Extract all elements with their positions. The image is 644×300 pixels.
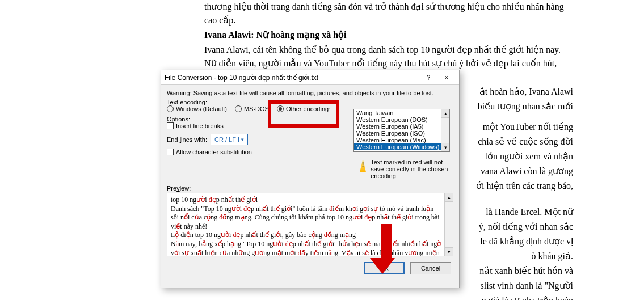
encoding-option[interactable]: Wang Taiwan: [354, 109, 449, 116]
insert-linebreaks-label: Insert line breaks: [176, 122, 224, 129]
radio-windows[interactable]: Windows (Default): [167, 105, 227, 112]
scroll-down-icon[interactable]: ▾: [445, 247, 453, 256]
encoding-option-selected[interactable]: Western European (Windows): [354, 143, 449, 150]
preview-line: viết này nhé!: [171, 222, 449, 231]
encoding-option[interactable]: Western European (IA5): [354, 123, 449, 130]
radio-msdos-label: MS-DOS: [244, 105, 269, 112]
scroll-down-icon[interactable]: ▾: [441, 143, 449, 151]
encoding-option[interactable]: Western European (Mac): [354, 137, 449, 143]
encoding-option[interactable]: Western European (ISO): [354, 130, 449, 137]
preview-line: Lộ diện top 10 người đẹp nhất thế giới, …: [171, 231, 449, 240]
radio-msdos[interactable]: MS-DOS: [235, 105, 269, 112]
preview-line: sôi nổi của cộng đồng mạng. Cùng chúng t…: [171, 213, 449, 222]
ok-button[interactable]: OK: [364, 262, 405, 274]
dialog-title: File Conversion - top 10 người đẹp nhất …: [165, 74, 419, 82]
preview-line: với sự xuất hiện của những gương mặt mới…: [171, 249, 449, 256]
scroll-up-icon[interactable]: ▴: [445, 193, 453, 202]
doc-frag: n giá là sự pha trộn hoàn: [204, 294, 573, 300]
dialog-titlebar[interactable]: File Conversion - top 10 người đẹp nhất …: [161, 70, 459, 85]
encoding-label: Text encoding:: [167, 99, 453, 105]
encoding-listbox[interactable]: Wang Taiwan Western European (DOS) Weste…: [353, 109, 450, 152]
close-button[interactable]: ×: [437, 74, 456, 82]
file-conversion-dialog: File Conversion - top 10 người đẹp nhất …: [161, 70, 460, 288]
doc-p1: thương hiệu thời trang danh tiếng săn đó…: [204, 0, 573, 27]
encoding-option[interactable]: Western European (DOS): [354, 116, 449, 123]
allow-substitution-label: Allow character substitution: [176, 149, 252, 155]
preview-label: Preview:: [167, 185, 453, 192]
radio-other[interactable]: Other encoding:: [277, 105, 330, 112]
encoding-warning-text: Text marked in red will not save correct…: [371, 159, 453, 179]
allow-substitution-checkbox[interactable]: Allow character substitution: [167, 149, 252, 155]
end-lines-combo[interactable]: CR / LF ▾: [211, 134, 248, 145]
cancel-button[interactable]: Cancel: [410, 262, 451, 274]
encoding-warning-row: Text marked in red will not save correct…: [360, 159, 453, 179]
preview-scrollbar[interactable]: ▴ ▾: [444, 193, 453, 256]
chevron-down-icon[interactable]: ▾: [238, 137, 246, 142]
doc-h1: Ivana Alawi: Nữ hoàng mạng xã hội: [204, 28, 573, 42]
dialog-buttons: OK Cancel: [161, 259, 459, 280]
warning-text: Warning: Saving as a text file will caus…: [167, 90, 453, 96]
preview-line: top 10 người đẹp nhất thế giới: [171, 196, 449, 205]
end-lines-label: End lines with:: [167, 136, 207, 143]
end-lines-value: CR / LF: [212, 136, 238, 143]
listbox-scrollbar[interactable]: ▴ ▾: [441, 109, 449, 151]
preview-line: Danh sách "Top 10 người đẹp nhất thế giớ…: [171, 205, 449, 214]
dialog-body: Warning: Saving as a text file will caus…: [161, 85, 459, 259]
radio-other-label: Other encoding:: [286, 105, 330, 112]
scroll-up-icon[interactable]: ▴: [441, 109, 449, 118]
radio-windows-label: Windows (Default): [176, 105, 227, 112]
warning-icon: [360, 159, 366, 172]
preview-box: top 10 người đẹp nhất thế giới Danh sách…: [167, 193, 453, 256]
preview-line: Năm nay, bảng xếp hạng "Top 10 người đẹp…: [171, 240, 449, 249]
help-button[interactable]: ?: [419, 74, 437, 82]
insert-linebreaks-checkbox[interactable]: Insert line breaks: [167, 122, 224, 129]
